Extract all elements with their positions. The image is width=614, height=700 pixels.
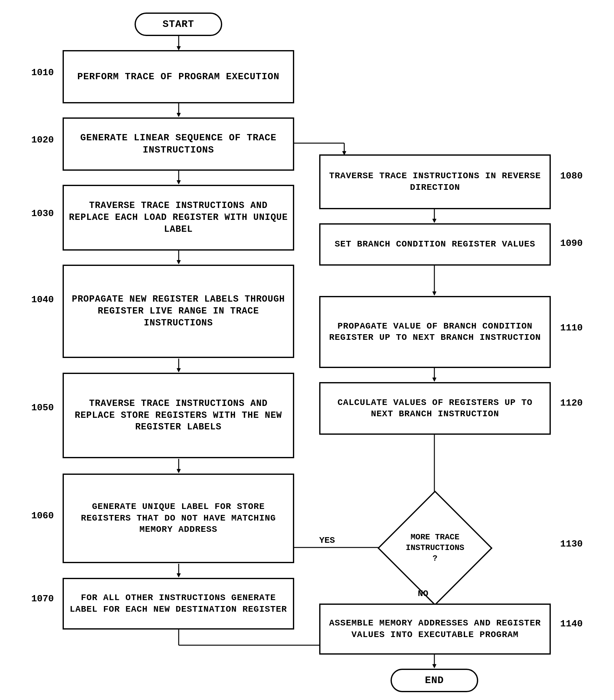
label-1030: 1030 [31, 208, 54, 219]
label-1020: 1020 [31, 135, 54, 145]
box-1060: GENERATE UNIQUE LABEL FOR STORE REGISTER… [63, 474, 294, 563]
svg-marker-10 [177, 260, 181, 264]
label-1080: 1080 [560, 171, 583, 182]
yes-label: YES [319, 536, 335, 545]
label-1060: 1060 [31, 511, 54, 521]
svg-marker-1 [177, 46, 181, 50]
label-1010: 1010 [31, 67, 54, 78]
label-1050: 1050 [31, 402, 54, 413]
box-1110: PROPAGATE VALUE OF BRANCH CONDITION REGI… [319, 296, 551, 368]
box-1050: TRAVERSE TRACE INSTRUCTIONS AND REPLACE … [63, 373, 294, 458]
diamond-1130: MORE TRACE INSTRUCTIONS ? [319, 508, 551, 589]
svg-marker-22 [433, 219, 436, 223]
label-1140: 1140 [560, 618, 583, 629]
box-1010: PERFORM TRACE OF PROGRAM EXECUTION [63, 50, 294, 103]
box-1080: TRAVERSE TRACE INSTRUCTIONS IN REVERSE D… [319, 154, 551, 209]
end-label: END [425, 674, 444, 687]
svg-marker-14 [177, 469, 181, 473]
box-1040: PROPAGATE NEW REGISTER LABELS THROUGH RE… [63, 265, 294, 358]
svg-marker-26 [433, 378, 436, 382]
label-1040: 1040 [31, 295, 54, 305]
svg-marker-3 [177, 113, 181, 117]
label-1070: 1070 [31, 593, 54, 604]
end-shape: END [391, 669, 478, 692]
svg-marker-5 [177, 180, 181, 184]
box-1020: GENERATE LINEAR SEQUENCE OF TRACE INSTRU… [63, 117, 294, 171]
box-1030: TRAVERSE TRACE INSTRUCTIONS AND REPLACE … [63, 185, 294, 251]
label-1090: 1090 [560, 238, 583, 249]
diamond-text-1130: MORE TRACE INSTRUCTIONS ? [404, 532, 466, 564]
no-label: NO [418, 589, 428, 599]
box-1090: SET BRANCH CONDITION REGISTER VALUES [319, 223, 551, 266]
label-1120: 1120 [560, 398, 583, 409]
label-1110: 1110 [560, 323, 583, 333]
box-1120: CALCULATE VALUES OF REGISTERS UP TO NEXT… [319, 382, 551, 435]
box-1140: ASSEMBLE MEMORY ADDRESSES AND REGISTER V… [319, 603, 551, 654]
svg-marker-34 [433, 664, 436, 668]
box-1070: FOR ALL OTHER INSTRUCTIONS GENERATE LABE… [63, 578, 294, 629]
start-label: START [163, 18, 194, 31]
svg-marker-24 [433, 291, 436, 295]
svg-marker-16 [177, 574, 181, 577]
flowchart-diagram: START 1010 PERFORM TRACE OF PROGRAM EXEC… [0, 0, 614, 700]
label-1130: 1130 [560, 539, 583, 549]
svg-marker-12 [177, 368, 181, 372]
start-shape: START [135, 13, 222, 36]
